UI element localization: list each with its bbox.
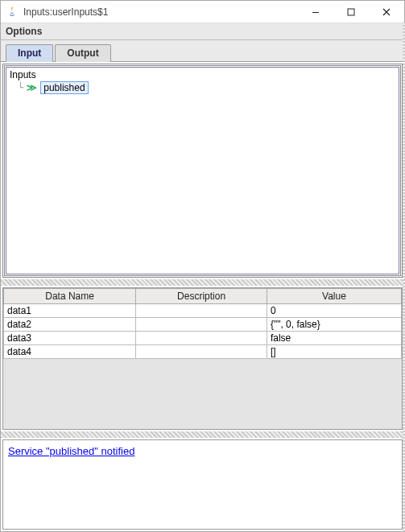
menu-bar: Options	[1, 23, 404, 40]
col-header-value[interactable]: Value	[267, 288, 401, 303]
window-maximize-button[interactable]	[333, 1, 369, 23]
col-header-description[interactable]: Description	[136, 288, 267, 303]
chevron-right-icon: ≫	[27, 82, 37, 93]
cell-description[interactable]	[136, 317, 267, 331]
cell-value[interactable]: []	[267, 344, 401, 358]
tree-elbow-icon: └	[18, 82, 23, 93]
cell-value[interactable]: {"", 0, false}	[267, 317, 401, 331]
options-menu[interactable]: Options	[6, 26, 42, 37]
cell-description[interactable]	[136, 344, 267, 358]
tab-output-label: Output	[67, 47, 98, 59]
window-close-button[interactable]	[369, 1, 404, 23]
tab-input[interactable]: Input	[6, 44, 53, 62]
cell-name[interactable]: data1	[4, 303, 136, 317]
data-table[interactable]: Data Name Description Value data1 0 data…	[3, 288, 402, 359]
window-minimize-button[interactable]	[298, 1, 333, 23]
cell-name[interactable]: data3	[4, 331, 136, 344]
cell-name[interactable]: data2	[4, 317, 136, 331]
data-table-panel: Data Name Description Value data1 0 data…	[2, 287, 403, 431]
window-title: Inputs:userInputs$1	[23, 6, 298, 18]
splitter-top[interactable]	[1, 279, 404, 286]
tree-root[interactable]: Inputs	[10, 69, 395, 80]
col-header-name[interactable]: Data Name	[4, 288, 136, 303]
table-row[interactable]: data4 []	[4, 344, 402, 358]
cell-value[interactable]: false	[267, 331, 401, 344]
cell-description[interactable]	[136, 303, 267, 317]
tree-node[interactable]: └ ≫ published	[10, 81, 395, 94]
table-row[interactable]: data1 0	[4, 303, 402, 317]
svg-rect-1	[348, 9, 354, 15]
table-empty-area	[3, 359, 402, 430]
tab-output[interactable]: Output	[55, 44, 110, 62]
cell-name[interactable]: data4	[4, 344, 136, 358]
svg-rect-0	[312, 12, 319, 13]
table-row[interactable]: data3 false	[4, 331, 402, 344]
cell-description[interactable]	[136, 331, 267, 344]
splitter-bottom[interactable]	[1, 431, 404, 438]
cell-value[interactable]: 0	[267, 303, 401, 317]
inputs-tree[interactable]: Inputs └ ≫ published	[6, 67, 399, 274]
java-icon	[6, 6, 19, 19]
tree-node-label: published	[40, 81, 88, 94]
tree-panel: Inputs └ ≫ published	[2, 64, 403, 278]
tab-input-label: Input	[18, 47, 41, 59]
table-row[interactable]: data2 {"", 0, false}	[4, 317, 402, 331]
window-titlebar: Inputs:userInputs$1	[1, 1, 404, 23]
log-panel: Service "published" notified	[2, 439, 403, 530]
log-link[interactable]: Service "published" notified	[8, 445, 134, 457]
tab-strip: Input Output	[1, 40, 404, 62]
